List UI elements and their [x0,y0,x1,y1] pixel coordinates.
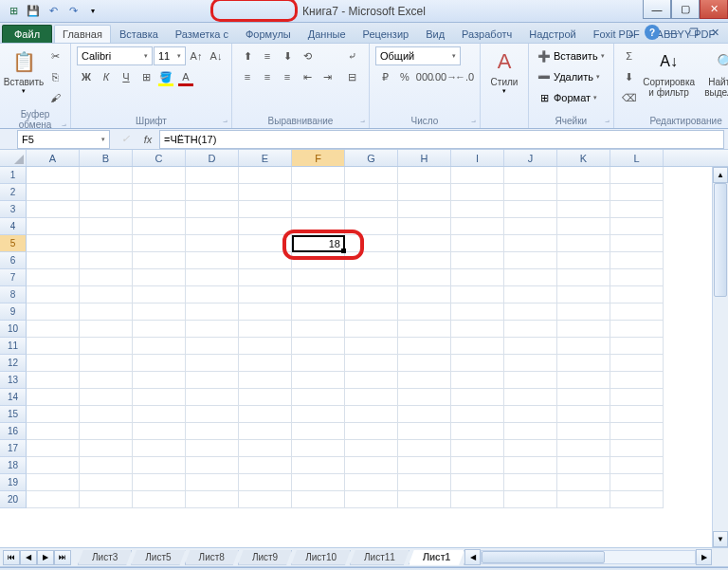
row-header[interactable]: 16 [0,423,27,440]
cell-K5[interactable] [557,235,610,252]
cell-J15[interactable] [504,406,557,423]
border-icon[interactable]: ⊞ [136,67,155,86]
cell-F19[interactable] [292,474,345,491]
cell-F6[interactable] [292,252,345,269]
cell-K10[interactable] [557,321,610,338]
col-J[interactable]: J [504,150,557,166]
cell-G14[interactable] [345,389,398,406]
sheet-next-icon[interactable]: ▶ [37,550,54,565]
cell-H18[interactable] [398,457,451,474]
clear-icon[interactable]: ⌫ [620,88,639,107]
cell-D15[interactable] [186,406,239,423]
cell-A12[interactable] [27,355,80,372]
tab-insert[interactable]: Вставка [111,25,167,43]
merge-icon[interactable]: ⊟ [340,67,363,86]
cell-G12[interactable] [345,355,398,372]
sort-filter-button[interactable]: A↓ Сортировка и фильтр [643,46,696,100]
tab-data[interactable]: Данные [300,25,355,43]
cell-K2[interactable] [557,184,610,201]
cell-D8[interactable] [186,286,239,303]
cell-A4[interactable] [27,218,80,235]
row-header[interactable]: 19 [0,474,27,491]
cell-J8[interactable] [504,286,557,303]
cell-B2[interactable] [80,184,133,201]
cell-D9[interactable] [186,303,239,321]
align-middle-icon[interactable]: ≡ [258,46,277,65]
cell-H9[interactable] [398,303,451,321]
cell-C14[interactable] [133,389,186,406]
cell-I19[interactable] [451,474,504,491]
doc-minimize-icon[interactable]: — [665,25,681,40]
vertical-scrollbar[interactable]: ▲ ▼ [712,167,728,547]
cell-K17[interactable] [557,440,610,457]
hscroll-left-button[interactable]: ◀ [464,549,481,565]
cell-G19[interactable] [345,474,398,491]
bold-icon[interactable]: Ж [77,67,96,86]
cell-K3[interactable] [557,201,610,218]
cell-G8[interactable] [345,286,398,303]
cell-A6[interactable] [27,252,80,269]
cell-G11[interactable] [345,338,398,355]
cell-L13[interactable] [610,372,664,389]
col-K[interactable]: K [557,150,610,166]
cell-G16[interactable] [345,423,398,440]
cell-H5[interactable] [398,235,451,252]
cell-I7[interactable] [451,269,504,286]
cell-B12[interactable] [80,355,133,372]
horizontal-scrollbar[interactable]: ◀ ▶ [464,549,712,565]
cell-L4[interactable] [610,218,664,235]
cell-G2[interactable] [345,184,398,201]
orientation-icon[interactable]: ⟲ [298,46,317,65]
cell-A19[interactable] [27,474,80,491]
cell-L5[interactable] [610,235,664,252]
cell-H15[interactable] [398,406,451,423]
cell-A9[interactable] [27,303,80,321]
cell-A8[interactable] [27,286,80,303]
align-bottom-icon[interactable]: ⬇ [278,46,297,65]
cell-C10[interactable] [133,321,186,338]
cell-H8[interactable] [398,286,451,303]
close-button[interactable]: ✕ [700,0,728,19]
maximize-button[interactable]: ▢ [671,0,700,19]
cell-E9[interactable] [239,303,292,321]
fill-icon[interactable]: ⬇ [620,67,639,86]
cell-A5[interactable] [27,235,80,252]
inc-decimal-icon[interactable]: .00→ [435,67,454,86]
cell-B10[interactable] [80,321,133,338]
cell-H1[interactable] [398,167,451,184]
cell-H17[interactable] [398,440,451,457]
row-header[interactable]: 5 [0,235,27,252]
cell-J12[interactable] [504,355,557,372]
format-cells-button[interactable]: ⊞Формат▾ [535,88,608,107]
sheet-tab[interactable]: Лист5 [131,550,185,565]
cell-G20[interactable] [345,491,398,508]
cell-J7[interactable] [504,269,557,286]
cell-F8[interactable] [292,286,345,303]
cell-A13[interactable] [27,372,80,389]
cell-D3[interactable] [186,201,239,218]
sheet-prev-icon[interactable]: ◀ [20,550,37,565]
cell-F5[interactable]: 18 [292,235,345,252]
doc-restore-icon[interactable]: ❐ [686,25,701,40]
cell-G1[interactable] [345,167,398,184]
cell-E10[interactable] [239,321,292,338]
select-all-button[interactable] [0,150,27,166]
cell-J20[interactable] [504,491,557,508]
cell-J18[interactable] [504,457,557,474]
cell-G6[interactable] [345,252,398,269]
cell-B11[interactable] [80,338,133,355]
redo-icon[interactable]: ↷ [64,3,82,20]
sheet-tab[interactable]: Лист8 [185,550,239,565]
sheet-last-icon[interactable]: ⏭ [54,550,71,565]
cell-I18[interactable] [451,457,504,474]
cell-C9[interactable] [133,303,186,321]
styles-button[interactable]: A Стили ▾ [486,46,522,97]
cell-F4[interactable] [292,218,345,235]
cell-B8[interactable] [80,286,133,303]
undo-icon[interactable]: ↶ [45,3,62,20]
row-header[interactable]: 3 [0,201,27,218]
cell-F17[interactable] [292,440,345,457]
cell-E13[interactable] [239,372,292,389]
save-icon[interactable]: 💾 [25,3,42,20]
cell-H14[interactable] [398,389,451,406]
